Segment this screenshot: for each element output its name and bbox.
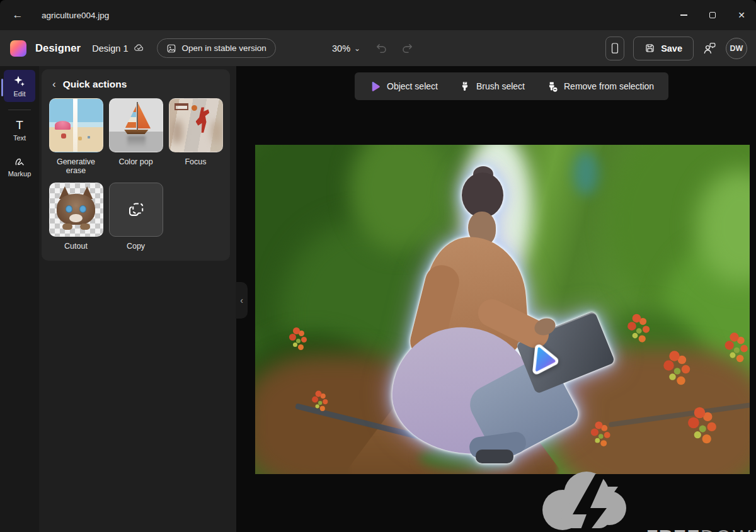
feedback-button[interactable]	[702, 41, 717, 55]
brush-icon	[459, 81, 471, 92]
sidebar-item-markup[interactable]: Markup	[4, 150, 35, 182]
minimize-icon	[680, 14, 687, 16]
tomato-cluster	[730, 332, 738, 341]
panel-title: Quick actions	[63, 79, 127, 90]
save-icon	[644, 43, 655, 54]
close-button[interactable]: ✕	[727, 0, 756, 30]
sidebar-item-label: Markup	[8, 170, 32, 178]
quick-actions-grid: Generative erase Color pop Focus Cutout	[49, 98, 223, 251]
quick-action-color-pop[interactable]: Color pop	[108, 98, 163, 175]
window-controls: ✕	[669, 0, 756, 30]
titlebar: ← agriculture004.jpg ✕	[0, 0, 756, 30]
mobile-preview-button[interactable]	[605, 37, 624, 60]
avatar[interactable]: DW	[726, 38, 747, 59]
watermark-text: FREEDOWNLOAD	[646, 526, 756, 532]
cloud-saved-icon	[134, 43, 144, 54]
open-stable-version-button[interactable]: Open in stable version	[157, 38, 275, 58]
app-header: Designer Design 1 Open in stable version…	[0, 30, 756, 66]
chevron-down-icon: ⌄	[354, 45, 360, 52]
image-icon	[166, 43, 176, 54]
rail-divider	[8, 110, 31, 110]
panel-collapse-handle[interactable]: ‹	[236, 282, 248, 319]
header-center: 30% ⌄	[332, 30, 415, 66]
generative-erase-thumbnail	[49, 98, 103, 152]
save-button[interactable]: Save	[633, 37, 694, 60]
cutout-thumbnail	[49, 183, 103, 237]
tomato-cluster	[316, 391, 322, 397]
redo-button[interactable]	[401, 42, 415, 55]
header-left: Designer Design 1 Open in stable version	[10, 30, 276, 66]
app-name: Designer	[35, 42, 81, 54]
back-button[interactable]: ←	[3, 0, 33, 30]
save-label: Save	[661, 43, 682, 54]
tomato-cluster	[669, 351, 680, 361]
quick-actions-card: ‹ Quick actions Generative erase Color p…	[42, 69, 230, 261]
person-shoe	[476, 450, 513, 463]
selection-toolbar: Object select Brush select Remove from s…	[355, 72, 668, 100]
tomato-cluster	[293, 327, 300, 334]
toolbar-item-label: Remove from selection	[564, 81, 654, 91]
person-feedback-icon	[702, 41, 717, 55]
brush-select-button[interactable]: Brush select	[449, 72, 536, 100]
app-body: Edit T Text Markup ‹ Quick actions	[0, 66, 756, 532]
quick-action-cutout[interactable]: Cutout	[49, 183, 103, 251]
object-select-button[interactable]: Object select	[358, 72, 449, 100]
brush-minus-icon	[546, 81, 558, 93]
minimize-button[interactable]	[669, 0, 698, 30]
cloud-lightning-logo	[532, 463, 643, 532]
quick-action-focus[interactable]: Focus	[168, 98, 223, 175]
quick-actions-header: ‹ Quick actions	[52, 79, 223, 90]
design-name[interactable]: Design 1	[92, 43, 128, 54]
sidebar-item-edit[interactable]: Edit	[4, 70, 35, 102]
selected-indicator	[1, 79, 3, 96]
zoom-level: 30%	[332, 43, 350, 54]
open-stable-version-label: Open in stable version	[181, 43, 266, 53]
quick-action-label: Color pop	[118, 157, 152, 166]
tomato-cluster	[595, 421, 602, 429]
chevron-left-icon: ‹	[240, 295, 243, 305]
photo-agriculture[interactable]	[255, 145, 750, 474]
zoom-control[interactable]: 30% ⌄	[332, 43, 360, 54]
quick-action-copy[interactable]: Copy	[108, 183, 163, 251]
watermark-bold: FREE	[646, 526, 701, 532]
sidebar-item-text[interactable]: T Text	[4, 114, 35, 146]
color-pop-thumbnail	[109, 98, 163, 152]
close-icon: ✕	[738, 10, 745, 20]
copy-icon	[127, 200, 146, 219]
object-select-cursor-icon	[369, 81, 381, 93]
tomato-cluster	[694, 407, 706, 419]
quick-action-generative-erase[interactable]: Generative erase	[49, 98, 103, 175]
undo-button[interactable]	[374, 42, 387, 55]
quick-action-label: Generative erase	[49, 157, 103, 175]
markup-pen-icon	[13, 155, 26, 167]
freedownload-watermark: FREEDOWNLOAD	[532, 463, 756, 532]
tomato-cluster	[633, 314, 641, 323]
watermark-light: DOWNLOAD	[701, 526, 756, 532]
canvas-area[interactable]: Object select Brush select Remove from s…	[236, 66, 756, 532]
toolbar-item-label: Brush select	[476, 81, 525, 91]
remove-from-selection-button[interactable]: Remove from selection	[536, 72, 665, 100]
maximize-button[interactable]	[698, 0, 727, 30]
focus-thumbnail	[169, 98, 223, 152]
quick-action-label: Focus	[185, 157, 206, 166]
panel-back-button[interactable]: ‹	[52, 79, 56, 89]
avatar-initials: DW	[730, 44, 743, 53]
selection-cursor-icon	[527, 342, 563, 380]
left-rail: Edit T Text Markup	[0, 66, 39, 532]
sidebar-item-label: Edit	[14, 90, 26, 98]
header-right: Save DW	[605, 30, 747, 66]
designer-logo-icon	[10, 40, 26, 57]
copy-thumbnail	[109, 183, 163, 237]
back-arrow-icon: ←	[13, 9, 23, 21]
chevron-left-icon: ‹	[52, 78, 56, 90]
sparkles-icon	[13, 75, 26, 88]
phone-icon	[610, 42, 620, 55]
undo-icon	[374, 42, 387, 55]
document-title: agriculture004.jpg	[42, 11, 109, 20]
designer-window: ← agriculture004.jpg ✕ Designer Design 1…	[0, 0, 756, 532]
selected-person[interactable]	[381, 170, 576, 472]
sidebar-item-label: Text	[13, 134, 26, 142]
background-worker	[573, 151, 598, 195]
text-icon: T	[16, 119, 23, 132]
maximize-icon	[709, 12, 716, 18]
